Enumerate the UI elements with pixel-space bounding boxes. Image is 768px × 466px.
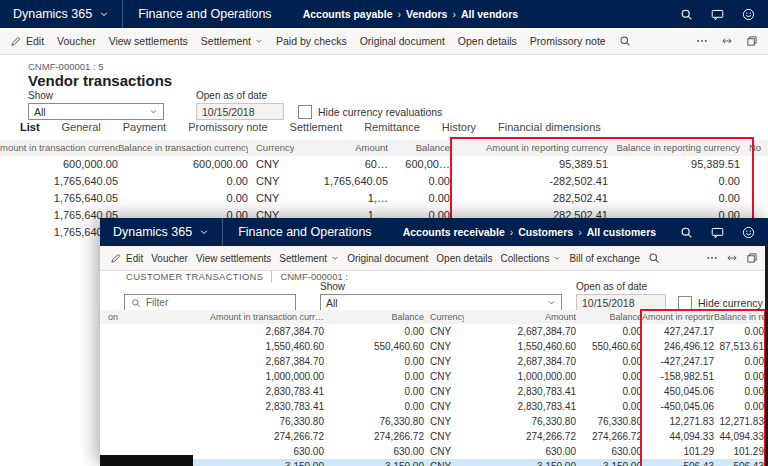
popout-window-icon[interactable]	[746, 252, 758, 264]
column-header[interactable]: Amount in reporting currency	[642, 310, 714, 324]
table-row[interactable]: 600,000.00600,000.00CNY60…600,00…95,389.…	[0, 156, 768, 173]
column-header[interactable]: Amount	[464, 310, 576, 324]
voucher-button[interactable]: Voucher	[57, 35, 96, 47]
original-document-button[interactable]: Original document	[360, 35, 445, 47]
promissory-note-button[interactable]: Promissory note	[530, 35, 606, 47]
tab-financial-dimensions[interactable]: Financial dimensions	[498, 121, 601, 133]
table-row[interactable]: 2,687,384.700.00CNY2,687,384.700.00-427,…	[100, 354, 768, 369]
feedback-icon[interactable]	[711, 8, 724, 21]
view-settlements-label: View settlements	[109, 35, 188, 47]
fullscreen-icon[interactable]	[721, 35, 733, 47]
column-header[interactable]: on	[100, 310, 126, 324]
bill-of-exchange-button[interactable]: Bill of exchange	[569, 253, 640, 264]
breadcrumb: Accounts receivable Customers All custom…	[403, 226, 661, 238]
app-name[interactable]: Finance and Operations	[122, 0, 286, 28]
column-header[interactable]: Balance in reporting currency	[608, 140, 740, 156]
voucher-label: Voucher	[57, 35, 96, 47]
voucher-button[interactable]: Voucher	[151, 253, 188, 264]
settlement-menu-button[interactable]: Settlement	[279, 253, 339, 264]
help-smiley-icon[interactable]	[742, 8, 755, 21]
help-smiley-icon[interactable]	[742, 226, 755, 239]
column-header[interactable]: Currency	[248, 140, 294, 156]
paid-by-checks-button[interactable]: Paid by checks	[276, 35, 347, 47]
more-options-icon[interactable]	[696, 35, 708, 47]
table-row[interactable]: 1,765,640.050.00CNY1,765,640.050.00-282,…	[0, 173, 768, 190]
grid-cell: CNY	[424, 429, 464, 444]
tab-list[interactable]: List	[20, 121, 40, 133]
hide-revaluations-checkbox[interactable]	[678, 296, 692, 310]
show-select[interactable]: All	[28, 103, 164, 120]
tab-promissory-note[interactable]: Promissory note	[188, 121, 267, 133]
open-as-of-date-input[interactable]: 10/15/2018	[196, 103, 284, 120]
column-header[interactable]: Amount in transaction curr…	[126, 310, 324, 324]
action-search-icon[interactable]	[648, 252, 660, 264]
column-header[interactable]: No	[740, 140, 766, 156]
settlement-menu-button[interactable]: Settlement	[201, 35, 263, 47]
column-header[interactable]: mount in transaction currency	[0, 140, 118, 156]
grid-cell: 450,045.06	[642, 384, 714, 399]
dynamics-365-menu[interactable]: Dynamics 365	[0, 0, 122, 28]
app-name[interactable]: Finance and Operations	[222, 218, 386, 246]
tab-general[interactable]: General	[62, 121, 101, 133]
feedback-icon[interactable]	[711, 226, 724, 239]
column-header[interactable]: Balance	[576, 310, 642, 324]
open-details-button[interactable]: Open details	[458, 35, 517, 47]
view-settlements-button[interactable]: View settlements	[196, 253, 271, 264]
column-header[interactable]: Amount	[294, 140, 388, 156]
table-row[interactable]: 3,150.003,150.00CNY3,150.003,150.00506.4…	[100, 459, 768, 466]
grid-cell: 1,000,000.00	[126, 369, 324, 384]
breadcrumb-item[interactable]: Accounts receivable	[403, 226, 514, 238]
open-as-of-date-input[interactable]: 10/15/2018	[576, 294, 666, 311]
table-row[interactable]: 2,830,783.410.00CNY2,830,783.410.00-450,…	[100, 399, 768, 414]
chevron-down-icon	[547, 298, 556, 307]
grid-cell: 101.29	[642, 444, 714, 459]
grid-cell: 0.00	[714, 324, 764, 339]
breadcrumb-item[interactable]: All customers	[587, 226, 656, 238]
more-options-icon[interactable]	[706, 252, 718, 264]
column-header[interactable]: Balance in repor…	[714, 310, 764, 324]
edit-button[interactable]: Edit	[10, 35, 44, 47]
table-row[interactable]: 1,000,000.000.00CNY1,000,000.000.00-158,…	[100, 369, 768, 384]
grid-cell: 600,000.00	[0, 156, 118, 173]
grid-cell: 0.00	[324, 399, 424, 414]
table-row[interactable]: 1,550,460.60550,460.60CNY1,550,460.60550…	[100, 339, 768, 354]
original-document-button[interactable]: Original document	[347, 253, 428, 264]
open-details-label: Open details	[436, 253, 492, 264]
hide-revaluations-checkbox[interactable]	[298, 105, 312, 119]
breadcrumb-item[interactable]: All vendors	[461, 8, 518, 20]
quick-filter-input[interactable]: Filter	[124, 294, 296, 311]
show-select[interactable]: All	[320, 294, 562, 311]
tab-settlement[interactable]: Settlement	[290, 121, 343, 133]
column-header[interactable]: Amount in reporting currency	[450, 140, 608, 156]
table-row[interactable]: 2,830,783.410.00CNY2,830,783.410.00450,0…	[100, 384, 768, 399]
breadcrumb-item[interactable]: Accounts payable	[303, 8, 401, 20]
customer-transactions-window: Dynamics 365 Finance and Operations Acco…	[100, 218, 768, 466]
fullscreen-icon[interactable]	[726, 252, 738, 264]
search-icon[interactable]	[680, 8, 693, 21]
open-details-button[interactable]: Open details	[436, 253, 492, 264]
tab-payment[interactable]: Payment	[123, 121, 166, 133]
column-header[interactable]: Balance	[324, 310, 424, 324]
table-row[interactable]: 274,266.72274,266.72CNY274,266.72274,266…	[100, 429, 768, 444]
breadcrumb-item[interactable]: Customers	[518, 226, 581, 238]
table-row[interactable]: 1,765,640.050.00CNY1,…0.00282,502.410.00	[0, 190, 768, 207]
action-search-icon[interactable]	[619, 35, 631, 47]
bill-of-exchange-label: Bill of exchange	[569, 253, 640, 264]
table-row[interactable]: 2,687,384.700.00CNY2,687,384.700.00427,2…	[100, 324, 768, 339]
column-header[interactable]: Balance in transaction currency	[118, 140, 248, 156]
table-row[interactable]: 630.00630.00CNY630.00630.00101.29101.29	[100, 444, 768, 459]
dynamics-365-menu[interactable]: Dynamics 365	[100, 218, 222, 246]
edit-button[interactable]: Edit	[110, 252, 143, 264]
column-header[interactable]: Balance	[388, 140, 450, 156]
view-settlements-button[interactable]: View settlements	[109, 35, 188, 47]
grid-cell: 2,687,384.70	[464, 324, 576, 339]
search-icon[interactable]	[680, 226, 693, 239]
table-row[interactable]: 76,330.8076,330.80CNY76,330.8076,330.801…	[100, 414, 768, 429]
grid-cell: 60…	[294, 156, 388, 173]
popout-window-icon[interactable]	[746, 35, 758, 47]
column-header[interactable]: Currency	[424, 310, 464, 324]
breadcrumb-item[interactable]: Vendors	[406, 8, 456, 20]
tab-remittance[interactable]: Remittance	[364, 121, 420, 133]
tab-history[interactable]: History	[442, 121, 476, 133]
collections-menu-button[interactable]: Collections	[500, 253, 561, 264]
